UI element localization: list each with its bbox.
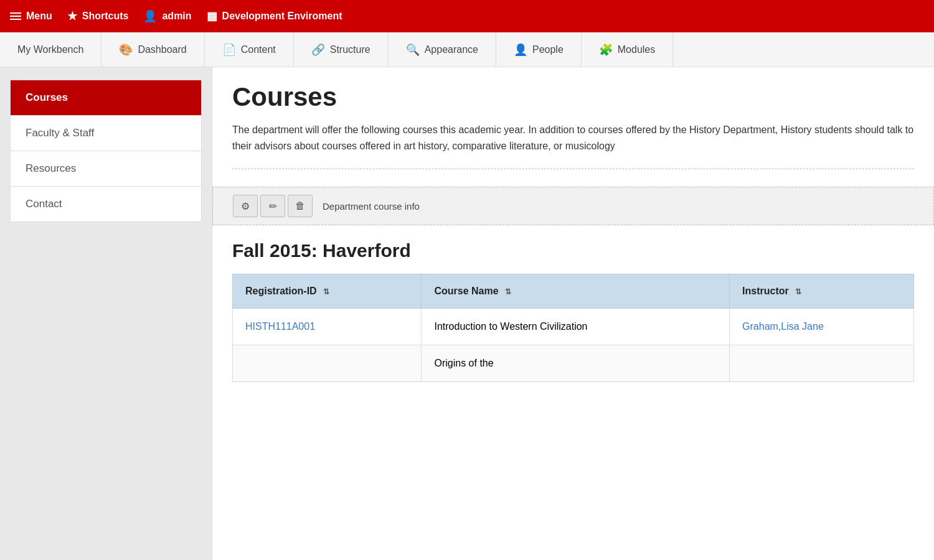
dashboard-icon: 🎨 bbox=[119, 43, 133, 57]
shortcuts-label: Shortcuts bbox=[82, 11, 129, 22]
cell-instructor-1: Graham,Lisa Jane bbox=[730, 309, 914, 345]
star-icon: ★ bbox=[67, 9, 77, 23]
col-instructor[interactable]: Instructor ⇅ bbox=[730, 274, 914, 309]
cell-registration-id-1: HISTH111A001 bbox=[233, 309, 422, 345]
table-header-row: Registration-ID ⇅ Course Name ⇅ Instruct… bbox=[233, 274, 914, 309]
sidebar: Courses Faculty & Staff Resources Contac… bbox=[0, 67, 212, 560]
sidebar-courses-label: Courses bbox=[26, 91, 68, 103]
trash-icon: 🗑 bbox=[295, 200, 305, 212]
courses-header: Courses The department will offer the fo… bbox=[212, 67, 934, 179]
user-icon: 👤 bbox=[143, 9, 157, 23]
dashboard-label: Dashboard bbox=[138, 44, 186, 55]
nav-content[interactable]: 📄 Content bbox=[205, 32, 294, 67]
env-label: Development Enviroment bbox=[222, 11, 342, 22]
col-instructor-label: Instructor bbox=[742, 286, 789, 296]
fall-title: Fall 2015: Haverford bbox=[232, 240, 914, 261]
sidebar-item-contact[interactable]: Contact bbox=[11, 187, 201, 222]
delete-button[interactable]: 🗑 bbox=[288, 195, 313, 217]
sidebar-item-courses[interactable]: Courses bbox=[11, 80, 201, 116]
sidebar-resources-label: Resources bbox=[26, 162, 76, 174]
sidebar-menu: Courses Faculty & Staff Resources Contac… bbox=[10, 80, 202, 222]
admin-button[interactable]: 👤 admin bbox=[143, 9, 191, 23]
nav-modules[interactable]: 🧩 Modules bbox=[582, 32, 673, 67]
sidebar-faculty-label: Faculty & Staff bbox=[26, 127, 94, 139]
pencil-icon: ✏ bbox=[269, 200, 277, 212]
edit-button[interactable]: ✏ bbox=[260, 195, 285, 217]
content-label: Content bbox=[241, 44, 276, 55]
col-registration-id-label: Registration-ID bbox=[245, 286, 317, 296]
nav-appearance[interactable]: 🔍 Appearance bbox=[389, 32, 496, 67]
structure-label: Structure bbox=[330, 44, 370, 55]
menu-label: Menu bbox=[26, 11, 52, 22]
content-area: Courses The department will offer the fo… bbox=[212, 67, 934, 560]
shortcuts-button[interactable]: ★ Shortcuts bbox=[67, 9, 129, 23]
content-icon: 📄 bbox=[222, 43, 236, 57]
nav-bar: My Workbench 🎨 Dashboard 📄 Content 🔗 Str… bbox=[0, 32, 934, 67]
nav-people[interactable]: 👤 People bbox=[496, 32, 582, 67]
col-registration-id[interactable]: Registration-ID ⇅ bbox=[233, 274, 422, 309]
instructor-link-1[interactable]: Graham,Lisa Jane bbox=[742, 321, 824, 332]
modules-icon: 🧩 bbox=[599, 43, 613, 57]
cell-course-name-2: Origins of the bbox=[422, 345, 730, 382]
nav-my-workbench[interactable]: My Workbench bbox=[0, 32, 101, 67]
admin-label: admin bbox=[162, 11, 191, 22]
cell-registration-id-2 bbox=[233, 345, 422, 382]
menu-button[interactable]: Menu bbox=[10, 11, 52, 22]
hamburger-icon bbox=[10, 12, 21, 20]
modules-label: Modules bbox=[618, 44, 655, 55]
action-bar: ⚙ ✏ 🗑 Department course info bbox=[212, 187, 934, 225]
main-layout: Courses Faculty & Staff Resources Contac… bbox=[0, 67, 934, 560]
fall-section: Fall 2015: Haverford Registration-ID ⇅ C… bbox=[212, 225, 934, 397]
action-label: Department course info bbox=[323, 201, 420, 212]
configure-button[interactable]: ⚙ bbox=[233, 195, 258, 217]
people-label: People bbox=[532, 44, 564, 55]
nav-dashboard[interactable]: 🎨 Dashboard bbox=[101, 32, 204, 67]
registration-id-link-1[interactable]: HISTH111A001 bbox=[245, 321, 315, 332]
cell-course-name-1: Introduction to Western Civilization bbox=[422, 309, 730, 345]
cell-instructor-2 bbox=[730, 345, 914, 382]
appearance-icon: 🔍 bbox=[406, 43, 420, 57]
course-table: Registration-ID ⇅ Course Name ⇅ Instruct… bbox=[232, 274, 914, 382]
server-icon: ▦ bbox=[207, 9, 217, 23]
courses-description: The department will offer the following … bbox=[232, 122, 914, 169]
sort-arrows-course-name[interactable]: ⇅ bbox=[505, 287, 511, 296]
my-workbench-label: My Workbench bbox=[17, 44, 83, 55]
admin-bar: Menu ★ Shortcuts 👤 admin ▦ Development E… bbox=[0, 0, 934, 32]
col-course-name-label: Course Name bbox=[434, 286, 498, 296]
appearance-label: Appearance bbox=[425, 44, 478, 55]
sort-arrows-instructor[interactable]: ⇅ bbox=[795, 287, 801, 296]
sidebar-item-faculty-staff[interactable]: Faculty & Staff bbox=[11, 116, 201, 151]
table-row: Origins of the bbox=[233, 345, 914, 382]
sidebar-contact-label: Contact bbox=[26, 198, 62, 210]
sort-arrows-registration[interactable]: ⇅ bbox=[323, 287, 329, 296]
sidebar-item-resources[interactable]: Resources bbox=[11, 151, 201, 187]
structure-icon: 🔗 bbox=[311, 43, 325, 57]
gear-icon: ⚙ bbox=[241, 200, 250, 212]
env-button[interactable]: ▦ Development Enviroment bbox=[207, 9, 342, 23]
people-icon: 👤 bbox=[514, 43, 527, 57]
courses-title: Courses bbox=[232, 82, 914, 112]
table-row: HISTH111A001 Introduction to Western Civ… bbox=[233, 309, 914, 345]
nav-structure[interactable]: 🔗 Structure bbox=[294, 32, 389, 67]
col-course-name[interactable]: Course Name ⇅ bbox=[422, 274, 730, 309]
